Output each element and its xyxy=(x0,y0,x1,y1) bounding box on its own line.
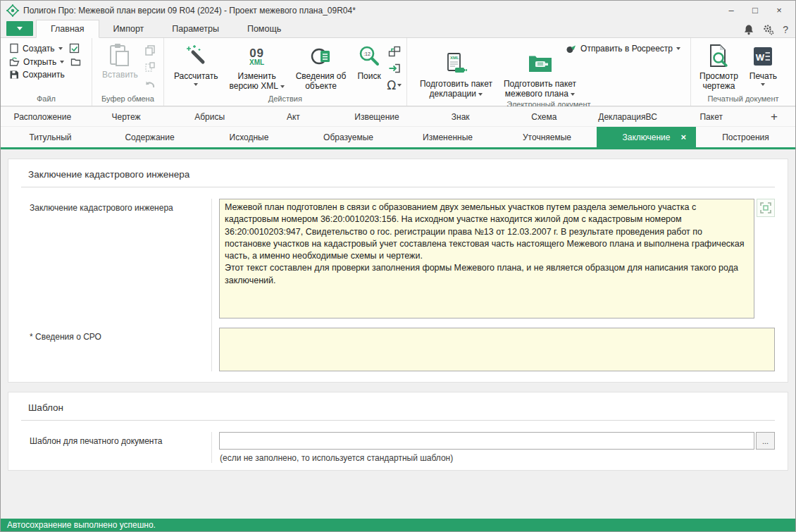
sro-textarea[interactable] xyxy=(219,328,775,371)
tab-chertezh[interactable]: Чертеж xyxy=(85,107,168,126)
import-icon[interactable] xyxy=(387,61,402,75)
object-info-button[interactable]: Сведения об объекте xyxy=(290,42,352,91)
tab-akt[interactable]: Акт xyxy=(251,107,335,126)
chevron-down-icon xyxy=(60,61,64,63)
group-label-clipboard: Буфер обмена xyxy=(95,93,161,106)
menubar-right-tools: ? xyxy=(743,24,788,35)
closed-folder-icon[interactable] xyxy=(70,56,81,67)
section-divider xyxy=(21,187,775,187)
menu-tab-parametry[interactable]: Параметры xyxy=(158,20,233,37)
template-hint: (если не заполнено, то используется стан… xyxy=(219,450,775,463)
open-button[interactable]: Открыть xyxy=(9,56,85,67)
paste-special-icon[interactable] xyxy=(142,60,158,74)
menu-tab-glavnaya[interactable]: Главная xyxy=(36,20,99,38)
chevron-down-icon xyxy=(58,47,63,50)
chevron-down-icon xyxy=(194,83,198,86)
ribbon-group-printdoc: Просмотр чертежа W Печать Печатный докум… xyxy=(691,38,795,106)
chevron-down-icon xyxy=(280,85,285,88)
app-logo-icon xyxy=(6,4,19,17)
change-xml-version-button[interactable]: 09XML Изменить версию XML xyxy=(224,42,290,91)
svg-text::12: :12 xyxy=(363,51,371,56)
window-controls: – □ × xyxy=(719,1,791,20)
tab-deklaraciya-vs[interactable]: ДекларацияВС xyxy=(586,107,670,126)
save-floppy-icon xyxy=(9,70,19,80)
ribbon-group-edoc: XML Подготовить пакет декларации Подгото… xyxy=(407,38,691,106)
ribbon-group-actions: Рассчитать 09XML Изменить версию XML Све… xyxy=(164,38,407,106)
word-icon: W xyxy=(752,43,773,70)
xml-version-icon: 09XML xyxy=(249,43,264,70)
autosave-status-message: Автосохранение выполнено успешно. xyxy=(7,520,156,530)
prepare-declaration-package-button[interactable]: XML Подготовить пакет декларации xyxy=(414,49,498,99)
folder-usb-icon xyxy=(526,51,554,78)
notifications-bell-icon[interactable] xyxy=(743,24,754,35)
browse-button[interactable]: ... xyxy=(756,432,775,450)
settings-gear-icon[interactable] xyxy=(763,24,774,35)
app-menu-button[interactable] xyxy=(6,21,33,36)
tab-soderzhanie[interactable]: Содержание xyxy=(100,127,199,147)
menu-tab-pomosch[interactable]: Помощь xyxy=(233,20,295,37)
maximize-button[interactable]: □ xyxy=(743,1,767,20)
section-divider xyxy=(21,420,775,421)
search-button[interactable]: :12 Поиск xyxy=(352,42,386,81)
menu-tab-import[interactable]: Импорт xyxy=(99,20,158,37)
conclusion-textarea[interactable]: Межевой план подготовлен в связи с образ… xyxy=(219,199,754,318)
titlebar: Полигон Про: Межевой план версии 09 R04 … xyxy=(1,1,795,20)
chevron-down-icon xyxy=(478,93,483,96)
calculate-button[interactable]: Рассчитать xyxy=(168,42,224,86)
tab-titulnyj[interactable]: Титульный xyxy=(1,127,100,147)
chevron-down-icon xyxy=(676,47,680,50)
tab-izveschenie[interactable]: Извещение xyxy=(335,107,419,126)
new-document-icon xyxy=(9,43,19,54)
tab-utochnyaemye[interactable]: Уточняемые xyxy=(497,127,597,147)
paste-clipboard-icon xyxy=(106,42,133,70)
chevron-down-icon xyxy=(571,93,575,96)
print-button[interactable]: W Печать xyxy=(744,42,783,86)
copy-icon[interactable] xyxy=(142,43,158,57)
drawing-preview-button[interactable]: Просмотр чертежа xyxy=(694,42,744,91)
group-label-file: Файл xyxy=(4,93,89,106)
send-to-rosreestr-button[interactable]: Отправить в Росреестр xyxy=(561,40,685,57)
tab-izmenennye[interactable]: Измененные xyxy=(398,127,497,147)
conclusion-field-label: Заключение кадастрового инженера xyxy=(21,199,211,328)
new-button[interactable]: Создать xyxy=(9,43,85,54)
close-tab-icon[interactable]: × xyxy=(680,132,686,142)
add-tab-button[interactable]: + xyxy=(753,107,795,126)
help-icon[interactable]: ? xyxy=(783,24,788,35)
doc-tabs-row1: Расположение Чертеж Абрисы Акт Извещение… xyxy=(1,106,795,127)
svg-text:XML: XML xyxy=(450,56,459,60)
window-title: Полигон Про: Межевой план версии 09 R04 … xyxy=(23,6,356,16)
ribbon: Создать Открыть Сохранить Файл Вставить xyxy=(1,38,795,106)
swap-window-icon[interactable] xyxy=(387,44,402,58)
save-button[interactable]: Сохранить xyxy=(9,70,85,80)
minimize-button[interactable]: – xyxy=(719,1,743,20)
xml-document-usb-icon: XML xyxy=(443,51,468,78)
globe-list-icon xyxy=(309,43,333,70)
document-magnifier-icon xyxy=(707,43,730,70)
tab-paket[interactable]: Пакет xyxy=(669,107,753,126)
magic-wand-icon xyxy=(185,43,207,70)
tab-obrazuemye[interactable]: Образуемые xyxy=(299,127,398,147)
tab-shema[interactable]: Схема xyxy=(502,107,586,126)
tab-zaklyuchenie-active[interactable]: Заключение × xyxy=(597,127,696,147)
conclusion-panel: Заключение кадастрового инженера Заключе… xyxy=(8,159,788,383)
sro-field-label: * Сведения о СРО xyxy=(21,328,211,342)
chevron-down-icon xyxy=(17,27,23,30)
menubar: Главная Импорт Параметры Помощь ? xyxy=(1,20,795,38)
save-as-icon[interactable] xyxy=(69,43,80,54)
undo-icon[interactable] xyxy=(142,77,158,91)
close-button[interactable]: × xyxy=(767,1,791,20)
template-path-input[interactable] xyxy=(219,432,754,450)
omega-symbol-button[interactable]: Ω xyxy=(387,78,402,92)
tab-postroeniya[interactable]: Построения xyxy=(696,127,795,147)
group-label-printdoc: Печатный документ xyxy=(694,93,792,106)
tab-abrisy[interactable]: Абрисы xyxy=(168,107,251,126)
section-title-conclusion: Заключение кадастрового инженера xyxy=(21,168,775,187)
group-label-actions: Действия xyxy=(167,93,404,106)
tab-raspolozhenie[interactable]: Расположение xyxy=(1,107,85,126)
tab-znak[interactable]: Знак xyxy=(418,107,502,126)
statusbar: Автосохранение выполнено успешно. xyxy=(1,519,795,531)
template-field-label: Шаблон для печатного документа xyxy=(21,432,211,446)
tab-ishodnye[interactable]: Исходные xyxy=(199,127,299,147)
expand-icon[interactable] xyxy=(757,199,775,217)
paste-button[interactable]: Вставить xyxy=(102,42,138,91)
